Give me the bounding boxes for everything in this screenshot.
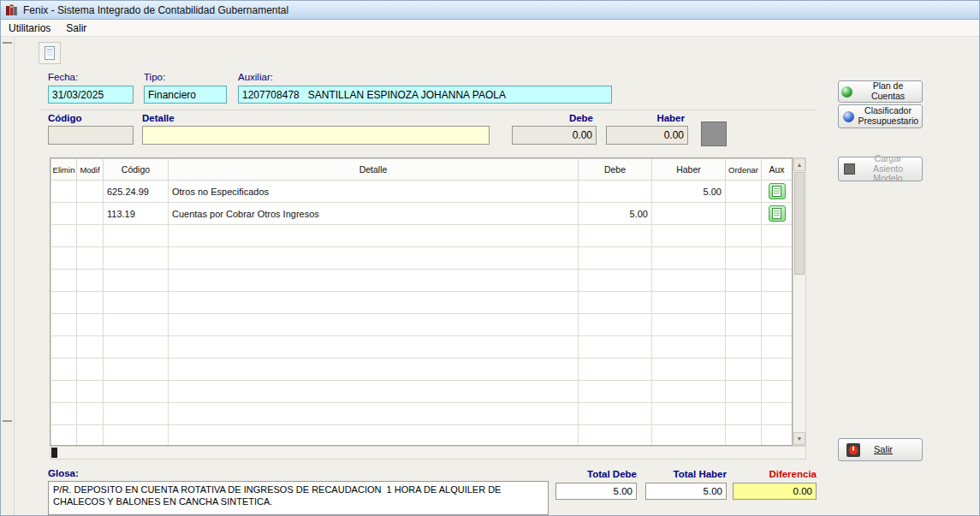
horizontal-scrollbar[interactable] [50,446,806,460]
table-row [51,314,793,336]
cell-detalle [169,336,579,359]
left-panel-splitter[interactable] [1,37,15,516]
table-row [51,225,793,247]
cell-debe [579,359,652,381]
cell-codigo [104,314,169,336]
power-icon [846,443,860,457]
aux-document-button[interactable] [769,205,786,222]
cell-codigo [104,359,169,381]
cell-modif [77,336,104,359]
cell-aux [762,336,793,359]
cell-detalle [169,403,579,425]
tipo-label: Tipo: [144,72,165,82]
cell-debe [579,336,652,359]
total-haber-label: Total Haber [645,469,727,479]
cell-ordenar [726,181,762,203]
cell-haber [652,425,726,447]
cell-codigo [104,292,169,314]
cell-aux [762,225,793,247]
column-header-haber: Haber [652,159,726,181]
cell-haber [652,203,726,225]
total-debe-input [555,483,637,500]
table-row [51,403,793,425]
cell-ordenar [726,314,762,336]
gray-square-icon [844,163,855,175]
cell-codigo: 625.24.99 [104,181,169,203]
haber-label: Haber [606,113,685,123]
vertical-scroll-thumb[interactable] [794,172,805,275]
auxiliar-input[interactable] [238,86,612,104]
scroll-up-arrow-icon[interactable]: ▲ [793,158,805,171]
total-haber-input [645,483,727,500]
detalle-input[interactable] [142,126,490,145]
cell-haber: 5.00 [652,181,726,203]
cell-elimin [51,225,77,247]
plan-de-cuentas-label: Plan de Cuentas [857,81,919,102]
splitter-grip [3,420,12,422]
cell-detalle [169,247,579,270]
cell-aux [762,181,793,203]
app-window: Fenix - Sistema Integrado de Contabilida… [0,0,980,516]
cell-debe [579,381,652,403]
clasificador-presupuestario-button[interactable]: Clasificador Presupuestario [838,104,923,128]
cell-aux [762,359,793,381]
haber-input[interactable] [606,126,688,145]
cell-elimin [51,314,77,336]
scroll-down-arrow-icon[interactable]: ▼ [793,432,805,445]
splitter-grip [3,42,12,44]
salir-button[interactable]: Salir [838,438,923,461]
cell-codigo [104,225,169,247]
cell-haber [652,336,726,359]
cell-haber [652,403,726,425]
cell-debe: 5.00 [579,203,652,225]
debe-input[interactable] [512,126,597,145]
new-document-button[interactable] [39,42,61,64]
table-row [51,381,793,403]
menubar: Utilitarios Salir [1,20,979,37]
cell-elimin [51,359,77,381]
table-header-row: EliminModifCódigoDetalleDebeHaberOrdenar… [51,159,793,181]
table-row [51,359,793,381]
cell-codigo [104,247,169,270]
table-row [51,270,793,292]
cell-ordenar [726,403,762,425]
divider [41,110,817,110]
cell-codigo [104,403,169,425]
fecha-input[interactable] [48,86,134,104]
column-header-elimin: Elimin [51,159,77,181]
codigo-input[interactable] [48,126,134,145]
menu-item-utilitarios[interactable]: Utilitarios [1,21,58,36]
cell-aux [762,425,793,447]
cargar-asiento-modelo-button[interactable]: Cargar Asiento Modelo [838,157,923,181]
cell-modif [77,314,104,336]
cell-elimin [51,292,77,314]
aux-document-button[interactable] [769,183,786,199]
add-entry-button[interactable] [701,122,727,146]
cell-modif [77,359,104,381]
horizontal-scroll-thumb[interactable] [51,448,57,458]
vertical-scrollbar[interactable]: ▲ ▼ [793,157,806,446]
cell-haber [652,225,726,247]
cell-codigo [104,270,169,292]
journal-table: EliminModifCódigoDetalleDebeHaberOrdenar… [50,157,793,446]
cell-debe [579,181,652,203]
cell-ordenar [726,225,762,247]
cell-aux [762,203,793,225]
cell-detalle [169,314,579,336]
codigo-label: Código [48,113,82,123]
table-row[interactable]: 113.19Cuentas por Cobrar Otros Ingresos5… [51,203,793,225]
debe-label: Debe [512,113,593,123]
document-icon [42,45,57,61]
glosa-text[interactable]: P/R. DEPOSITO EN CUENTA ROTATIVA DE INGR… [48,481,549,515]
fenix-logo-icon [5,3,18,16]
table-row[interactable]: 625.24.99Otros no Especificados5.00 [51,181,793,203]
cell-codigo [104,425,169,447]
cell-ordenar [726,336,762,359]
cell-aux [762,247,793,270]
menu-item-salir[interactable]: Salir [58,21,94,36]
cell-modif [77,425,104,447]
table-row [51,336,793,359]
tipo-input[interactable] [144,86,227,104]
cell-elimin [51,403,77,425]
plan-de-cuentas-button[interactable]: Plan de Cuentas [838,80,923,103]
